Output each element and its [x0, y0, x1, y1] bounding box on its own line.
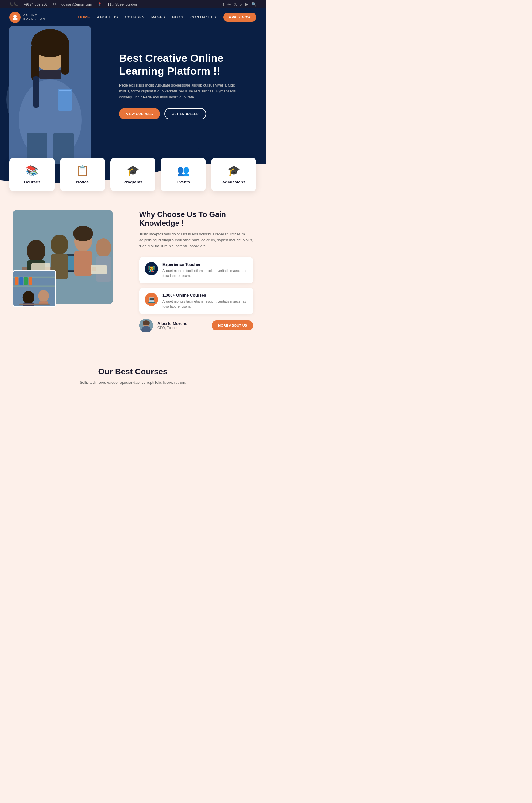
- courses-icon: 📚: [15, 165, 50, 176]
- nav-blog[interactable]: BLOG: [172, 15, 184, 19]
- navbar: ONLINE EDUCATION HOME ABOUT US COURSES P…: [0, 8, 266, 26]
- nav-pages[interactable]: PAGES: [151, 15, 165, 19]
- ceo-name: Alberto Moreno: [157, 321, 188, 326]
- nav-home[interactable]: HOME: [78, 15, 90, 19]
- programs-icon: 🎓: [115, 165, 151, 176]
- why-description: Justo inceptos wisi dolor luctus eos dol…: [139, 231, 253, 250]
- svg-point-46: [142, 321, 150, 325]
- svg-point-21: [27, 240, 45, 262]
- nav-contact[interactable]: CONTACT US: [190, 15, 216, 19]
- svg-rect-36: [19, 278, 23, 285]
- svg-rect-6: [31, 43, 39, 81]
- notice-label: Notice: [65, 180, 100, 184]
- courses-title: Our Best Courses: [13, 367, 253, 377]
- features-section: 📚 Courses 📋 Notice 🎓 Programs 👥 Events 🎓…: [0, 158, 266, 191]
- svg-rect-34: [14, 285, 56, 287]
- view-courses-button[interactable]: VIEW COURSES: [119, 108, 160, 119]
- get-enrolled-button[interactable]: GET ENROLLED: [164, 108, 206, 119]
- svg-rect-38: [28, 278, 32, 285]
- nav-links: HOME ABOUT US COURSES PAGES BLOG CONTACT…: [78, 13, 257, 22]
- feature-card-admissions[interactable]: 🎓 Admissions: [211, 158, 256, 191]
- address: 11th Street London: [108, 2, 137, 6]
- logo: ONLINE EDUCATION: [10, 12, 45, 23]
- courses-description: Sollicitudin eros eaque repudiandae, cor…: [55, 380, 211, 386]
- top-bar: 📞 +9874-569-256 ✉ domain@email.com 📍 11t…: [0, 0, 266, 8]
- hero-student-image: [10, 26, 91, 164]
- courses-online-icon: 💻: [145, 293, 158, 306]
- email-icon: ✉: [53, 2, 56, 6]
- notice-icon: 📋: [65, 165, 100, 176]
- svg-point-41: [38, 290, 49, 302]
- hero-description: Pede eos risus mollit vulputate sceleris…: [119, 82, 245, 101]
- nav-about[interactable]: ABOUT US: [97, 15, 118, 19]
- feature-card-events[interactable]: 👥 Events: [160, 158, 206, 191]
- svg-rect-32: [14, 271, 56, 307]
- admissions-icon: 🎓: [216, 165, 251, 176]
- tiktok-icon[interactable]: ♪: [240, 2, 242, 6]
- admissions-label: Admissions: [216, 180, 251, 184]
- top-bar-social: f ◎ 𝕏 ♪ ▶ 🔍: [223, 2, 256, 6]
- top-bar-contact: 📞 +9874-569-256 ✉ domain@email.com 📍 11t…: [10, 2, 137, 6]
- events-label: Events: [166, 180, 201, 184]
- svg-rect-27: [74, 251, 92, 276]
- svg-point-28: [96, 238, 111, 257]
- phone-icon: 📞: [10, 2, 18, 6]
- svg-rect-43: [19, 304, 50, 305]
- nav-courses[interactable]: COURSES: [125, 15, 145, 19]
- teacher-icon: 👨‍🏫: [145, 262, 158, 275]
- courses-section: Our Best Courses Sollicitudin eros eaque…: [0, 351, 266, 395]
- hero-section: Best Creative Online Learning Platform !…: [0, 26, 266, 164]
- logo-icon: [10, 12, 21, 23]
- courses-online-title: 1,000+ Online Courses: [163, 293, 248, 298]
- svg-rect-7: [61, 43, 69, 75]
- why-left: ▶: [13, 210, 127, 304]
- youtube-icon[interactable]: ▶: [245, 2, 248, 6]
- svg-point-39: [23, 291, 35, 304]
- courses-label: Courses: [15, 180, 50, 184]
- more-about-us-button[interactable]: MORE ABOUT US: [212, 321, 253, 330]
- teacher-title: Experience Teacher: [163, 262, 248, 267]
- hero-buttons: VIEW COURSES GET ENROLLED: [119, 108, 245, 119]
- svg-rect-35: [15, 278, 19, 285]
- why-title: Why Choose Us To Gain Knowledge !: [139, 210, 253, 228]
- ceo-avatar: [139, 319, 153, 332]
- svg-point-0: [14, 15, 17, 18]
- feature-card-programs[interactable]: 🎓 Programs: [110, 158, 156, 191]
- why-section: ▶: [0, 191, 266, 351]
- svg-rect-10: [59, 90, 71, 91]
- feature-teacher: 👨‍🏫 Experience Teacher Aliquet montes ta…: [139, 257, 253, 284]
- ceo-role: CEO, Founder: [157, 326, 188, 329]
- facebook-icon[interactable]: f: [223, 2, 224, 6]
- feature-card-notice[interactable]: 📋 Notice: [60, 158, 105, 191]
- feature-card-courses[interactable]: 📚 Courses: [10, 158, 55, 191]
- logo-text: ONLINE EDUCATION: [23, 14, 45, 21]
- why-thumbnail: [13, 270, 56, 307]
- events-icon: 👥: [166, 165, 201, 176]
- svg-rect-13: [33, 76, 39, 108]
- teacher-desc: Aliquet montes taciti etiam nesciunt ver…: [163, 268, 248, 279]
- ceo-row: Alberto Moreno CEO, Founder MORE ABOUT U…: [139, 319, 253, 332]
- svg-rect-31: [91, 265, 107, 274]
- phone-number: +9874-569-256: [24, 2, 48, 6]
- why-thumb-inner: [14, 271, 56, 306]
- feature-courses: 💻 1,000+ Online Courses Aliquet montes t…: [139, 288, 253, 314]
- programs-label: Programs: [115, 180, 151, 184]
- teacher-text: Experience Teacher Aliquet montes taciti…: [163, 262, 248, 279]
- svg-rect-8: [39, 70, 61, 79]
- why-right: Why Choose Us To Gain Knowledge ! Justo …: [139, 210, 253, 332]
- features-row: 📚 Courses 📋 Notice 🎓 Programs 👥 Events 🎓…: [10, 158, 256, 191]
- apply-now-button[interactable]: APPLY NOW: [223, 13, 256, 22]
- hero-content: Best Creative Online Learning Platform !…: [119, 52, 245, 119]
- search-icon[interactable]: 🔍: [251, 2, 256, 6]
- svg-rect-1: [13, 19, 18, 20]
- instagram-icon[interactable]: ◎: [227, 2, 231, 6]
- location-icon: 📍: [97, 2, 102, 6]
- svg-rect-37: [24, 278, 27, 285]
- svg-point-23: [51, 234, 68, 254]
- svg-rect-12: [59, 94, 71, 94]
- svg-rect-11: [59, 92, 71, 93]
- hero-title: Best Creative Online Learning Platform !…: [119, 52, 245, 77]
- email-address: domain@email.com: [61, 2, 92, 6]
- twitter-icon[interactable]: 𝕏: [234, 2, 237, 6]
- courses-online-desc: Aliquet montes taciti etiam nesciunt ver…: [163, 299, 248, 309]
